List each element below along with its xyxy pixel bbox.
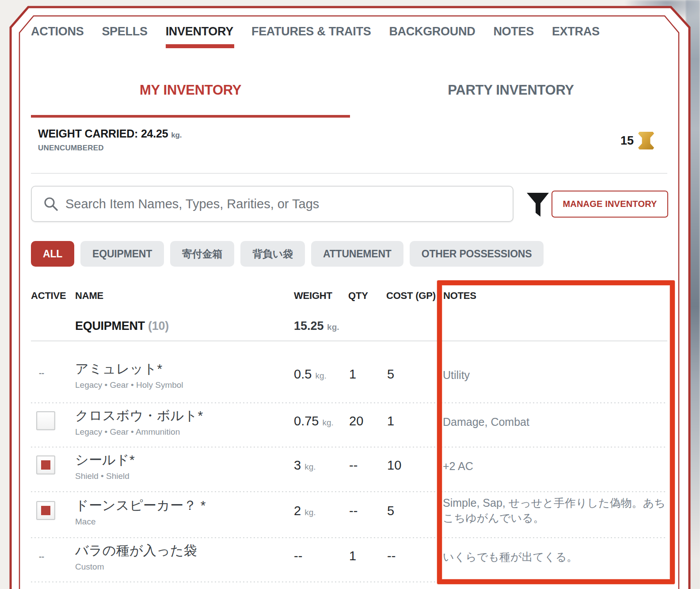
filter-funnel-icon[interactable] [527,193,549,217]
item-cost: 5 [387,504,394,518]
item-weight-unit: kg. [304,508,316,517]
tab-my-inventory[interactable]: MY INVENTORY [31,82,350,98]
item-qty: 1 [349,549,356,563]
gold-piece-icon [638,132,654,149]
item-name[interactable]: バラの種が入った袋 [75,542,197,560]
tab-notes[interactable]: NOTES [493,25,534,38]
tab-inventory[interactable]: INVENTORY [166,25,233,38]
item-weight: 3 [294,458,301,472]
section-weight-value: 15.25 [294,319,324,333]
divider [31,173,667,174]
section-item-count: (10) [148,319,169,333]
filter-chip-row: ALL EQUIPMENT 寄付金箱 背負い袋 ATTUNEMENT OTHER… [31,241,544,267]
equip-checkbox[interactable] [36,455,55,474]
item-weight-unit: kg. [304,462,316,471]
tab-party-inventory[interactable]: PARTY INVENTORY [406,82,616,98]
item-meta: Mace [75,517,206,527]
item-cost: 1 [387,414,394,428]
active-cell: -- [39,552,44,562]
item-name[interactable]: アミュレット* [75,360,183,378]
weight-carried-unit: kg. [171,131,182,139]
column-header-active: ACTIVE [31,290,66,302]
column-header-qty: QTY [348,290,368,302]
section-weight-unit: kg. [327,322,339,332]
item-cost: 5 [387,367,394,382]
tab-features-traits[interactable]: FEATURES & TRAITS [251,25,371,38]
column-header-weight: WEIGHT [294,290,332,302]
item-weight: 0.5 [294,367,312,381]
column-header-cost: COST (GP) [386,290,436,302]
tab-extras[interactable]: EXTRAS [552,25,600,38]
my-inventory-active-underline [31,115,350,118]
item-qty: 20 [349,414,363,428]
item-weight: 2 [294,504,301,518]
item-meta: Legacy • Gear • Holy Symbol [75,380,183,390]
item-meta: Shield • Shield [75,471,135,481]
currency-display[interactable]: 15 [620,132,654,149]
filter-chip-other-possessions[interactable]: OTHER POSSESSIONS [410,241,544,267]
active-cell: -- [39,369,44,378]
item-weight-unit: kg. [323,418,334,427]
item-meta: Custom [75,562,197,572]
gold-amount: 15 [620,134,634,148]
section-header-equipment: EQUIPMENT (10) [75,319,169,333]
weight-carried-label: WEIGHT CARRIED: [38,127,138,140]
equip-checkbox[interactable] [36,411,55,430]
item-qty: -- [349,504,358,518]
item-meta: Legacy • Gear • Ammunition [75,427,203,437]
item-weight: -- [294,549,302,563]
search-bar [31,186,514,222]
tab-actions[interactable]: ACTIONS [31,25,84,38]
encumbrance-status: UNENCUMBERED [38,144,104,153]
filter-chip-backpack[interactable]: 背負い袋 [240,241,305,267]
item-cost: -- [387,549,396,563]
item-name[interactable]: クロスボウ・ボルト* [75,407,203,425]
tab-spells[interactable]: SPELLS [102,25,147,38]
item-weight: 0.75 [294,414,319,428]
manage-inventory-button[interactable]: MANAGE INVENTORY [552,191,668,218]
item-name[interactable]: ドーンスピーカー？ * [75,497,206,515]
item-qty: -- [349,458,358,473]
tab-background[interactable]: BACKGROUND [389,25,475,38]
section-name-label: EQUIPMENT [75,319,145,333]
equip-checkbox[interactable] [36,501,55,520]
filter-chip-all[interactable]: ALL [31,241,74,267]
notes-column-highlight-annotation [437,280,675,584]
weight-carried-value: 24.25 [141,127,168,140]
column-header-name: NAME [75,290,103,302]
search-icon [43,196,58,211]
character-sheet-inventory-page: ACTIONS SPELLS INVENTORY FEATURES & TRAI… [0,0,700,589]
search-input[interactable] [58,197,513,211]
item-qty: 1 [349,367,356,382]
sheet-tab-bar: ACTIONS SPELLS INVENTORY FEATURES & TRAI… [31,25,600,38]
filter-chip-donation-box[interactable]: 寄付金箱 [170,241,234,267]
filter-chip-attunement[interactable]: ATTUNEMENT [311,241,403,267]
filter-chip-equipment[interactable]: EQUIPMENT [80,241,164,267]
item-cost: 10 [387,458,401,473]
item-name[interactable]: シールド* [75,451,135,469]
section-weight: 15.25 kg. [294,319,339,333]
weight-carried: WEIGHT CARRIED: 24.25 kg. [38,127,182,140]
item-weight-unit: kg. [315,371,326,380]
